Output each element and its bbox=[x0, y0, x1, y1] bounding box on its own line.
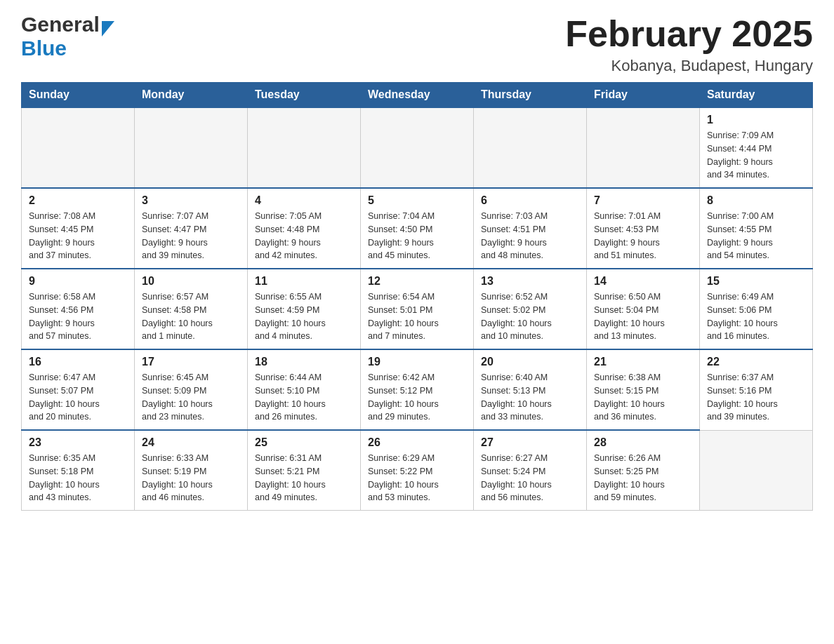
day-cell-13: 13Sunrise: 6:52 AMSunset: 5:02 PMDayligh… bbox=[474, 269, 587, 349]
day-cell-3: 3Sunrise: 7:07 AMSunset: 4:47 PMDaylight… bbox=[135, 188, 248, 269]
day-cell-23: 23Sunrise: 6:35 AMSunset: 5:18 PMDayligh… bbox=[22, 430, 135, 511]
day-info: Sunrise: 6:40 AMSunset: 5:13 PMDaylight:… bbox=[481, 371, 579, 424]
day-cell-28: 28Sunrise: 6:26 AMSunset: 5:25 PMDayligh… bbox=[587, 430, 700, 511]
day-info: Sunrise: 6:42 AMSunset: 5:12 PMDaylight:… bbox=[368, 371, 466, 424]
day-cell-15: 15Sunrise: 6:49 AMSunset: 5:06 PMDayligh… bbox=[700, 269, 813, 349]
day-number: 20 bbox=[481, 356, 579, 368]
week-row-2: 2Sunrise: 7:08 AMSunset: 4:45 PMDaylight… bbox=[22, 188, 813, 269]
day-number: 11 bbox=[255, 275, 353, 288]
day-info: Sunrise: 6:58 AMSunset: 4:56 PMDaylight:… bbox=[29, 290, 127, 343]
logo-general-text: General bbox=[21, 13, 100, 36]
day-info: Sunrise: 7:01 AMSunset: 4:53 PMDaylight:… bbox=[594, 210, 692, 262]
day-number: 27 bbox=[481, 436, 579, 449]
day-cell-19: 19Sunrise: 6:42 AMSunset: 5:12 PMDayligh… bbox=[361, 349, 474, 430]
day-number: 19 bbox=[368, 356, 466, 368]
day-info: Sunrise: 7:04 AMSunset: 4:50 PMDaylight:… bbox=[368, 210, 466, 262]
day-info: Sunrise: 6:47 AMSunset: 5:07 PMDaylight:… bbox=[29, 371, 127, 424]
day-cell-4: 4Sunrise: 7:05 AMSunset: 4:48 PMDaylight… bbox=[248, 188, 361, 269]
week-row-5: 23Sunrise: 6:35 AMSunset: 5:18 PMDayligh… bbox=[22, 430, 813, 511]
day-number: 21 bbox=[594, 356, 692, 368]
day-info: Sunrise: 6:57 AMSunset: 4:58 PMDaylight:… bbox=[142, 290, 240, 343]
day-cell-24: 24Sunrise: 6:33 AMSunset: 5:19 PMDayligh… bbox=[135, 430, 248, 511]
day-cell-1: 1Sunrise: 7:09 AMSunset: 4:44 PMDaylight… bbox=[700, 107, 813, 188]
day-info: Sunrise: 6:45 AMSunset: 5:09 PMDaylight:… bbox=[142, 371, 240, 424]
empty-cell bbox=[135, 107, 248, 188]
empty-cell bbox=[474, 107, 587, 188]
day-cell-26: 26Sunrise: 6:29 AMSunset: 5:22 PMDayligh… bbox=[361, 430, 474, 511]
weekday-header-wednesday: Wednesday bbox=[361, 83, 474, 108]
day-info: Sunrise: 6:49 AMSunset: 5:06 PMDaylight:… bbox=[707, 290, 805, 343]
week-row-3: 9Sunrise: 6:58 AMSunset: 4:56 PMDaylight… bbox=[22, 269, 813, 349]
day-cell-5: 5Sunrise: 7:04 AMSunset: 4:50 PMDaylight… bbox=[361, 188, 474, 269]
day-number: 2 bbox=[29, 194, 127, 207]
day-info: Sunrise: 6:26 AMSunset: 5:25 PMDaylight:… bbox=[594, 452, 692, 504]
day-number: 7 bbox=[594, 194, 692, 207]
weekday-header-row: SundayMondayTuesdayWednesdayThursdayFrid… bbox=[22, 83, 813, 108]
day-info: Sunrise: 7:00 AMSunset: 4:55 PMDaylight:… bbox=[707, 210, 805, 262]
weekday-header-thursday: Thursday bbox=[474, 83, 587, 108]
day-info: Sunrise: 6:54 AMSunset: 5:01 PMDaylight:… bbox=[368, 290, 466, 343]
logo-blue-text: Blue bbox=[21, 36, 67, 60]
day-info: Sunrise: 6:55 AMSunset: 4:59 PMDaylight:… bbox=[255, 290, 353, 343]
day-number: 5 bbox=[368, 194, 466, 207]
empty-cell bbox=[248, 107, 361, 188]
day-number: 1 bbox=[707, 114, 805, 126]
day-info: Sunrise: 7:05 AMSunset: 4:48 PMDaylight:… bbox=[255, 210, 353, 262]
week-row-1: 1Sunrise: 7:09 AMSunset: 4:44 PMDaylight… bbox=[22, 107, 813, 188]
day-info: Sunrise: 6:50 AMSunset: 5:04 PMDaylight:… bbox=[594, 290, 692, 343]
day-cell-21: 21Sunrise: 6:38 AMSunset: 5:15 PMDayligh… bbox=[587, 349, 700, 430]
day-cell-9: 9Sunrise: 6:58 AMSunset: 4:56 PMDaylight… bbox=[22, 269, 135, 349]
location-text: Kobanya, Budapest, Hungary bbox=[565, 57, 813, 75]
empty-cell bbox=[700, 430, 813, 511]
day-number: 15 bbox=[707, 275, 805, 288]
day-cell-16: 16Sunrise: 6:47 AMSunset: 5:07 PMDayligh… bbox=[22, 349, 135, 430]
day-cell-12: 12Sunrise: 6:54 AMSunset: 5:01 PMDayligh… bbox=[361, 269, 474, 349]
day-number: 9 bbox=[29, 275, 127, 288]
day-cell-8: 8Sunrise: 7:00 AMSunset: 4:55 PMDaylight… bbox=[700, 188, 813, 269]
day-cell-20: 20Sunrise: 6:40 AMSunset: 5:13 PMDayligh… bbox=[474, 349, 587, 430]
day-number: 25 bbox=[255, 436, 353, 449]
day-info: Sunrise: 6:37 AMSunset: 5:16 PMDaylight:… bbox=[707, 371, 805, 424]
day-cell-18: 18Sunrise: 6:44 AMSunset: 5:10 PMDayligh… bbox=[248, 349, 361, 430]
day-number: 6 bbox=[481, 194, 579, 207]
day-info: Sunrise: 6:31 AMSunset: 5:21 PMDaylight:… bbox=[255, 452, 353, 504]
week-row-4: 16Sunrise: 6:47 AMSunset: 5:07 PMDayligh… bbox=[22, 349, 813, 430]
calendar-table: SundayMondayTuesdayWednesdayThursdayFrid… bbox=[21, 82, 813, 511]
month-title: February 2025 bbox=[565, 14, 813, 54]
day-cell-22: 22Sunrise: 6:37 AMSunset: 5:16 PMDayligh… bbox=[700, 349, 813, 430]
day-cell-27: 27Sunrise: 6:27 AMSunset: 5:24 PMDayligh… bbox=[474, 430, 587, 511]
day-cell-7: 7Sunrise: 7:01 AMSunset: 4:53 PMDaylight… bbox=[587, 188, 700, 269]
day-info: Sunrise: 7:08 AMSunset: 4:45 PMDaylight:… bbox=[29, 210, 127, 262]
weekday-header-tuesday: Tuesday bbox=[248, 83, 361, 108]
title-area: February 2025 Kobanya, Budapest, Hungary bbox=[565, 14, 813, 75]
logo: General Blue bbox=[21, 14, 114, 60]
day-info: Sunrise: 6:27 AMSunset: 5:24 PMDaylight:… bbox=[481, 452, 579, 504]
weekday-header-friday: Friday bbox=[587, 83, 700, 108]
day-number: 17 bbox=[142, 356, 240, 368]
empty-cell bbox=[587, 107, 700, 188]
day-number: 4 bbox=[255, 194, 353, 207]
day-number: 8 bbox=[707, 194, 805, 207]
day-info: Sunrise: 6:52 AMSunset: 5:02 PMDaylight:… bbox=[481, 290, 579, 343]
day-info: Sunrise: 6:44 AMSunset: 5:10 PMDaylight:… bbox=[255, 371, 353, 424]
day-cell-2: 2Sunrise: 7:08 AMSunset: 4:45 PMDaylight… bbox=[22, 188, 135, 269]
empty-cell bbox=[361, 107, 474, 188]
day-cell-17: 17Sunrise: 6:45 AMSunset: 5:09 PMDayligh… bbox=[135, 349, 248, 430]
weekday-header-monday: Monday bbox=[135, 83, 248, 108]
day-info: Sunrise: 6:38 AMSunset: 5:15 PMDaylight:… bbox=[594, 371, 692, 424]
day-number: 16 bbox=[29, 356, 127, 368]
day-info: Sunrise: 7:03 AMSunset: 4:51 PMDaylight:… bbox=[481, 210, 579, 262]
day-info: Sunrise: 7:09 AMSunset: 4:44 PMDaylight:… bbox=[707, 129, 805, 182]
day-info: Sunrise: 6:33 AMSunset: 5:19 PMDaylight:… bbox=[142, 452, 240, 504]
day-cell-11: 11Sunrise: 6:55 AMSunset: 4:59 PMDayligh… bbox=[248, 269, 361, 349]
day-cell-6: 6Sunrise: 7:03 AMSunset: 4:51 PMDaylight… bbox=[474, 188, 587, 269]
day-cell-25: 25Sunrise: 6:31 AMSunset: 5:21 PMDayligh… bbox=[248, 430, 361, 511]
day-number: 3 bbox=[142, 194, 240, 207]
logo-arrow-icon bbox=[102, 21, 114, 36]
day-cell-14: 14Sunrise: 6:50 AMSunset: 5:04 PMDayligh… bbox=[587, 269, 700, 349]
day-number: 14 bbox=[594, 275, 692, 288]
weekday-header-saturday: Saturday bbox=[700, 83, 813, 108]
day-number: 24 bbox=[142, 436, 240, 449]
day-info: Sunrise: 7:07 AMSunset: 4:47 PMDaylight:… bbox=[142, 210, 240, 262]
day-number: 22 bbox=[707, 356, 805, 368]
